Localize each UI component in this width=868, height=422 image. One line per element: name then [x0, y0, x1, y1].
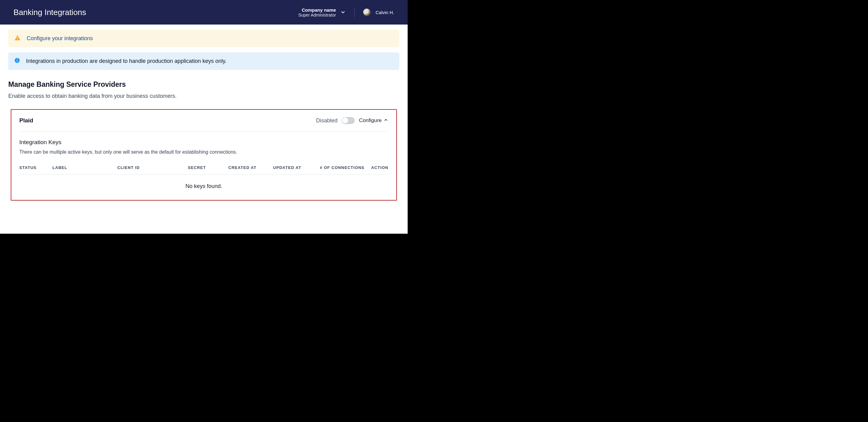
warning-triangle-icon	[14, 35, 21, 42]
company-switcher[interactable]: Company name Super Administrator	[298, 7, 354, 18]
keys-table: STATUS LABEL CLIENT ID SECRET CREATED AT…	[19, 165, 388, 191]
col-header-clientid: CLIENT ID	[117, 165, 188, 170]
svg-rect-3	[17, 60, 18, 62]
chevron-down-icon	[340, 9, 346, 15]
provider-name: Plaid	[19, 117, 33, 124]
col-header-status: STATUS	[19, 165, 53, 170]
viewport-overflow	[408, 0, 868, 422]
header-right: Company name Super Administrator Calvin …	[298, 7, 394, 18]
company-name: Company name	[298, 7, 336, 12]
provider-card-header: Plaid Disabled Configure	[19, 117, 388, 131]
info-banner-text: Integrations in production are designed …	[26, 58, 226, 64]
configure-toggle[interactable]: Configure	[359, 117, 388, 124]
provider-card: Plaid Disabled Configure Integration Key…	[11, 109, 397, 201]
configure-integrations-link[interactable]: Configure your integrations	[27, 35, 93, 42]
svg-rect-0	[17, 37, 18, 38]
col-header-label: LABEL	[53, 165, 117, 170]
col-header-updated: UPDATED AT	[273, 165, 316, 170]
svg-point-4	[17, 59, 18, 60]
section-title: Manage Banking Service Providers	[8, 80, 399, 89]
col-header-connections: # OF CONNECTIONS	[316, 165, 365, 170]
col-header-secret: SECRET	[188, 165, 228, 170]
user-menu[interactable]: Calvin H.	[354, 8, 394, 16]
company-role: Super Administrator	[298, 12, 336, 18]
col-header-created: CREATED AT	[228, 165, 273, 170]
user-name: Calvin H.	[375, 10, 394, 15]
warning-banner: Configure your integrations	[8, 30, 399, 47]
info-circle-icon	[14, 58, 20, 65]
section-subtitle: Enable access to obtain banking data fro…	[8, 93, 399, 99]
content-area: Configure your integrations Integrations…	[0, 25, 408, 209]
provider-status-label: Disabled	[316, 117, 337, 124]
keys-table-header: STATUS LABEL CLIENT ID SECRET CREATED AT…	[19, 165, 388, 175]
company-text: Company name Super Administrator	[298, 7, 336, 18]
configure-label: Configure	[359, 117, 381, 124]
avatar	[363, 8, 371, 16]
col-header-action: ACTION	[365, 165, 388, 170]
chevron-up-icon	[383, 117, 388, 124]
integration-keys-subtitle: There can be multiple active keys, but o…	[19, 149, 388, 155]
keys-empty-state: No keys found.	[19, 175, 388, 191]
integration-keys-title: Integration Keys	[19, 139, 388, 146]
page-title: Banking Integrations	[13, 8, 86, 17]
provider-controls: Disabled Configure	[316, 117, 388, 124]
info-banner: Integrations in production are designed …	[8, 53, 399, 70]
app-header: Banking Integrations Company name Super …	[0, 0, 408, 25]
enable-toggle[interactable]	[342, 117, 354, 124]
svg-point-1	[17, 39, 18, 39]
